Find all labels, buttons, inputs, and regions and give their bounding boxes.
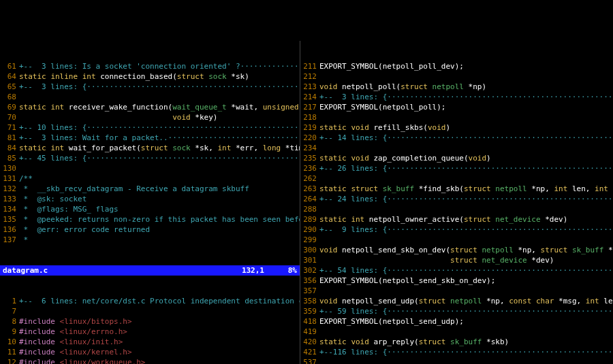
code-line[interactable]: 359+-- 59 lines: {······················… xyxy=(300,306,613,316)
line-number: 84 xyxy=(0,143,19,153)
code-line[interactable]: 236+-- 26 lines: {······················… xyxy=(300,163,613,173)
code-line[interactable]: 214+-- 3 lines: {·······················… xyxy=(300,92,613,102)
line-text: void netpoll_poll(struct netpoll *np) xyxy=(319,82,613,92)
status-percent: 8% xyxy=(264,265,297,276)
code-line[interactable]: 12#include <linux/workqueue.h> xyxy=(0,357,300,364)
code-line[interactable]: 71+-- 10 lines: {·······················… xyxy=(0,122,300,133)
code-line[interactable]: 356EXPORT_SYMBOL(netpoll_send_skb_on_dev… xyxy=(300,276,613,286)
code-line[interactable]: 7 xyxy=(0,306,300,316)
code-line[interactable]: 263static struct sk_buff *find_skb(struc… xyxy=(300,184,613,194)
code-line[interactable]: 418EXPORT_SYMBOL(netpoll_send_udp); xyxy=(300,316,613,327)
line-number: 132 xyxy=(0,184,19,194)
code-line[interactable]: 264+-- 24 lines: {······················… xyxy=(300,194,613,204)
editor-pane-right[interactable]: 211EXPORT_SYMBOL(netpoll_poll_dev);21221… xyxy=(300,61,613,364)
code-line[interactable]: 213void netpoll_poll(struct netpoll *np) xyxy=(300,82,613,92)
line-number: 288 xyxy=(300,204,319,214)
code-line[interactable]: 220+-- 14 lines: {······················… xyxy=(300,133,613,143)
code-line[interactable]: 130 xyxy=(0,163,300,173)
line-text: +-- 59 lines: {·························… xyxy=(319,306,613,316)
line-number: 133 xyxy=(0,194,19,204)
code-line[interactable]: 288 xyxy=(300,204,613,214)
code-line[interactable]: 133 * @sk: socket xyxy=(0,194,300,204)
editor-pane-bottom-left[interactable]: 1+-- 6 lines: net/core/dst.c Protocol in… xyxy=(0,296,300,364)
code-line[interactable]: 70 void *key) xyxy=(0,112,300,122)
status-cursor-pos: 132,1 xyxy=(203,265,264,276)
code-line[interactable]: 235static void zap_completion_queue(void… xyxy=(300,153,613,163)
code-line[interactable]: 211EXPORT_SYMBOL(netpoll_poll_dev); xyxy=(300,61,613,71)
code-line[interactable]: 421+--116 lines: {······················… xyxy=(300,347,613,357)
line-text: static inline int connection_based(struc… xyxy=(19,71,300,82)
line-number: 131 xyxy=(0,173,19,184)
code-line[interactable]: 289static int netpoll_owner_active(struc… xyxy=(300,214,613,225)
line-text: #include <linux/workqueue.h> xyxy=(19,357,300,364)
code-line[interactable]: 212 xyxy=(300,71,613,82)
code-line[interactable]: 290+-- 9 lines: {·······················… xyxy=(300,225,613,235)
line-number: 357 xyxy=(300,286,319,296)
line-number: 262 xyxy=(300,173,319,184)
line-text xyxy=(19,92,300,102)
code-line[interactable]: 84static int wait_for_packet(struct sock… xyxy=(0,143,300,153)
code-line[interactable]: 299 xyxy=(300,235,613,245)
line-text: * @err: error code returned xyxy=(19,225,300,235)
code-line[interactable]: 537 xyxy=(300,357,613,364)
line-number: 11 xyxy=(0,347,19,357)
line-text: void *key) xyxy=(19,112,300,122)
line-text: +-- 3 lines: Wait for a packet..········… xyxy=(19,133,300,143)
code-line[interactable]: 68 xyxy=(0,92,300,102)
code-line[interactable]: 301 struct net_device *dev) xyxy=(300,255,613,265)
code-line[interactable]: 64static inline int connection_based(str… xyxy=(0,71,300,82)
code-line[interactable]: 81+-- 3 lines: Wait for a packet..······… xyxy=(0,133,300,143)
line-text: +-- 3 lines: {··························… xyxy=(319,92,613,102)
line-text xyxy=(319,71,613,82)
line-number: 81 xyxy=(0,133,19,143)
code-line[interactable]: 85+-- 45 lines: {·······················… xyxy=(0,153,300,163)
line-text: EXPORT_SYMBOL(netpoll_poll); xyxy=(319,102,613,112)
code-line[interactable]: 131/** xyxy=(0,173,300,184)
code-line[interactable]: 9#include <linux/errno.h> xyxy=(0,327,300,337)
line-text: struct net_device *dev) xyxy=(319,255,613,265)
code-line[interactable]: 132 * __skb_recv_datagram - Receive a da… xyxy=(0,184,300,194)
line-text: #include <linux/bitops.h> xyxy=(19,316,300,327)
line-text: * @sk: socket xyxy=(19,194,300,204)
code-line[interactable]: 262 xyxy=(300,173,613,184)
line-number: 219 xyxy=(300,122,319,133)
code-line[interactable]: 219static void refill_skbs(void) xyxy=(300,122,613,133)
line-text: +-- 6 lines: net/core/dst.c Protocol ind… xyxy=(19,296,300,306)
line-number: 300 xyxy=(300,245,319,255)
line-number: 70 xyxy=(0,112,19,122)
code-line[interactable]: 300void netpoll_send_skb_on_dev(struct n… xyxy=(300,245,613,255)
line-text: +-- 3 lines: Is a socket 'connection ori… xyxy=(19,61,300,71)
code-line[interactable]: 134 * @flags: MSG_ flags xyxy=(0,204,300,214)
code-line[interactable]: 217EXPORT_SYMBOL(netpoll_poll); xyxy=(300,102,613,112)
code-line[interactable]: 419 xyxy=(300,327,613,337)
code-line[interactable]: 1+-- 6 lines: net/core/dst.c Protocol in… xyxy=(0,296,300,306)
code-line[interactable]: 358void netpoll_send_udp(struct netpoll … xyxy=(300,296,613,306)
line-number: 130 xyxy=(0,163,19,173)
line-text xyxy=(19,306,300,316)
code-line[interactable]: 302+-- 54 lines: {······················… xyxy=(300,265,613,276)
code-line[interactable]: 420static void arp_reply(struct sk_buff … xyxy=(300,337,613,347)
line-number: 1 xyxy=(0,296,19,306)
code-line[interactable]: 61+-- 3 lines: Is a socket 'connection o… xyxy=(0,61,300,71)
line-number: 419 xyxy=(300,327,319,337)
code-line[interactable]: 218 xyxy=(300,112,613,122)
code-line[interactable]: 234 xyxy=(300,143,613,153)
code-line[interactable]: 11#include <linux/kernel.h> xyxy=(0,347,300,357)
line-text: static int wait_for_packet(struct sock *… xyxy=(19,143,300,153)
line-number: 289 xyxy=(300,214,319,225)
line-number: 301 xyxy=(300,255,319,265)
line-number: 418 xyxy=(300,316,319,327)
line-number: 212 xyxy=(300,71,319,82)
code-line[interactable]: 357 xyxy=(300,286,613,296)
code-line[interactable]: 69static int receiver_wake_function(wait… xyxy=(0,102,300,112)
editor-pane-top-left[interactable]: 61+-- 3 lines: Is a socket 'connection o… xyxy=(0,61,300,245)
code-line[interactable]: 10#include <linux/init.h> xyxy=(0,337,300,347)
code-line[interactable]: 137 * xyxy=(0,235,300,245)
code-line[interactable]: 8#include <linux/bitops.h> xyxy=(0,316,300,327)
code-line[interactable]: 65+-- 3 lines: {························… xyxy=(0,82,300,92)
line-text: +--116 lines: {·························… xyxy=(319,347,613,357)
line-text xyxy=(319,357,613,364)
code-line[interactable]: 136 * @err: error code returned xyxy=(0,225,300,235)
code-line[interactable]: 135 * @peeked: returns non-zero if this … xyxy=(0,214,300,225)
line-number: 420 xyxy=(300,337,319,347)
